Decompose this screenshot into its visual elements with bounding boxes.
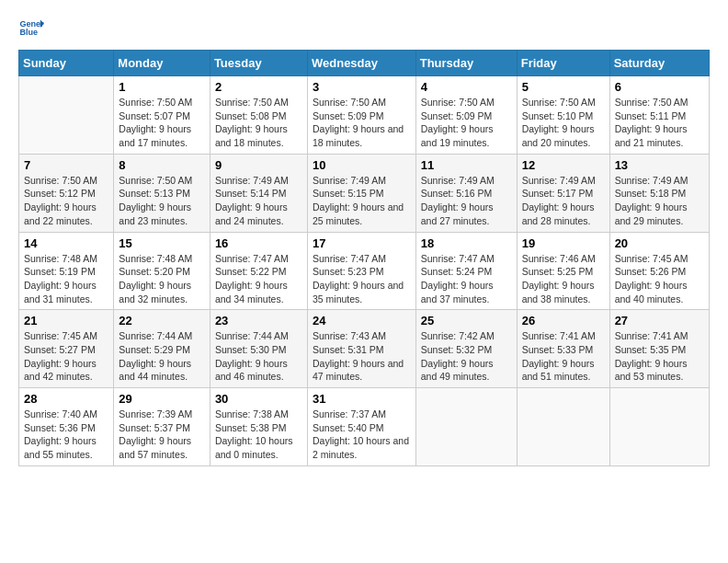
calendar-cell: 9 Sunrise: 7:49 AM Sunset: 5:14 PM Dayli… [210,154,307,232]
cell-sunrise: Sunrise: 7:47 AM [313,253,386,264]
cell-sunset: Sunset: 5:20 PM [119,266,190,277]
day-header-saturday: Saturday [609,51,709,76]
cell-sunset: Sunset: 5:19 PM [24,266,96,277]
day-number: 14 [24,236,108,250]
cell-sunset: Sunset: 5:16 PM [421,188,493,199]
calendar-cell [609,388,709,466]
cell-daylight: Daylight: 9 hours and 42 minutes. [24,358,97,383]
cell-sunset: Sunset: 5:08 PM [215,110,287,121]
day-number: 12 [522,158,605,172]
cell-sunrise: Sunrise: 7:49 AM [522,175,596,186]
cell-sunrise: Sunrise: 7:50 AM [119,175,192,186]
calendar-cell: 31 Sunrise: 7:37 AM Sunset: 5:40 PM Dayl… [307,388,415,466]
cell-sunrise: Sunrise: 7:47 AM [215,253,289,264]
calendar-cell: 27 Sunrise: 7:41 AM Sunset: 5:35 PM Dayl… [609,310,709,388]
cell-sunrise: Sunrise: 7:44 AM [119,330,192,341]
day-number: 19 [522,236,605,250]
calendar-header-row: SundayMondayTuesdayWednesdayThursdayFrid… [19,51,710,76]
day-number: 26 [522,314,605,327]
calendar-cell: 13 Sunrise: 7:49 AM Sunset: 5:18 PM Dayl… [609,154,709,232]
day-number: 28 [24,392,108,406]
cell-sunrise: Sunrise: 7:39 AM [119,408,192,419]
cell-sunrise: Sunrise: 7:42 AM [421,330,495,341]
day-header-thursday: Thursday [415,51,517,76]
cell-daylight: Daylight: 9 hours and 31 minutes. [24,280,97,304]
cell-daylight: Daylight: 9 hours and 38 minutes. [522,280,595,304]
cell-daylight: Daylight: 9 hours and 35 minutes. [313,280,404,304]
calendar-week-row: 28 Sunrise: 7:40 AM Sunset: 5:36 PM Dayl… [19,388,710,466]
cell-daylight: Daylight: 9 hours and 22 minutes. [24,201,97,226]
cell-sunset: Sunset: 5:22 PM [215,266,287,277]
day-number: 11 [421,158,512,172]
cell-sunrise: Sunrise: 7:40 AM [24,408,97,419]
day-number: 23 [215,314,302,327]
cell-sunrise: Sunrise: 7:41 AM [522,330,596,341]
cell-daylight: Daylight: 9 hours and 17 minutes. [119,123,191,148]
cell-daylight: Daylight: 9 hours and 24 minutes. [215,201,288,226]
cell-sunrise: Sunrise: 7:50 AM [615,97,688,108]
day-number: 15 [119,236,205,250]
day-number: 25 [421,314,512,327]
svg-text:Blue: Blue [19,28,38,37]
cell-sunrise: Sunrise: 7:44 AM [215,330,289,341]
day-number: 4 [421,80,512,94]
cell-sunset: Sunset: 5:07 PM [119,110,190,121]
cell-sunrise: Sunrise: 7:50 AM [24,175,97,186]
calendar-cell: 14 Sunrise: 7:48 AM Sunset: 5:19 PM Dayl… [19,232,114,310]
cell-sunrise: Sunrise: 7:45 AM [615,253,688,264]
cell-sunrise: Sunrise: 7:50 AM [421,97,495,108]
day-number: 1 [119,80,205,94]
cell-sunset: Sunset: 5:11 PM [615,110,687,121]
cell-sunset: Sunset: 5:36 PM [24,422,96,433]
calendar-cell [517,388,609,466]
calendar-cell: 11 Sunrise: 7:49 AM Sunset: 5:16 PM Dayl… [415,154,517,232]
cell-sunrise: Sunrise: 7:48 AM [24,253,97,264]
calendar-cell [415,388,517,466]
cell-sunset: Sunset: 5:33 PM [522,344,594,355]
cell-sunset: Sunset: 5:31 PM [313,344,384,355]
cell-sunset: Sunset: 5:29 PM [119,344,190,355]
calendar-cell: 26 Sunrise: 7:41 AM Sunset: 5:33 PM Dayl… [517,310,609,388]
cell-sunrise: Sunrise: 7:47 AM [421,253,495,264]
day-header-sunday: Sunday [19,51,114,76]
cell-daylight: Daylight: 9 hours and 46 minutes. [215,358,288,383]
day-number: 29 [119,392,205,406]
cell-sunrise: Sunrise: 7:50 AM [313,97,386,108]
calendar-cell: 21 Sunrise: 7:45 AM Sunset: 5:27 PM Dayl… [19,310,114,388]
day-number: 20 [615,236,704,250]
cell-daylight: Daylight: 9 hours and 57 minutes. [119,435,191,460]
day-number: 7 [24,158,108,172]
day-number: 16 [215,236,302,250]
calendar-week-row: 1 Sunrise: 7:50 AM Sunset: 5:07 PM Dayli… [19,76,710,155]
cell-daylight: Daylight: 9 hours and 37 minutes. [421,280,494,304]
cell-sunset: Sunset: 5:32 PM [421,344,493,355]
cell-sunset: Sunset: 5:27 PM [24,344,96,355]
calendar-cell: 19 Sunrise: 7:46 AM Sunset: 5:25 PM Dayl… [517,232,609,310]
day-number: 13 [615,158,704,172]
cell-sunset: Sunset: 5:15 PM [313,188,384,199]
cell-sunset: Sunset: 5:40 PM [313,422,384,433]
calendar-cell: 1 Sunrise: 7:50 AM Sunset: 5:07 PM Dayli… [114,76,210,155]
calendar-week-row: 21 Sunrise: 7:45 AM Sunset: 5:27 PM Dayl… [19,310,710,388]
calendar-cell: 22 Sunrise: 7:44 AM Sunset: 5:29 PM Dayl… [114,310,210,388]
cell-sunrise: Sunrise: 7:50 AM [522,97,596,108]
cell-daylight: Daylight: 9 hours and 18 minutes. [215,123,288,148]
day-header-wednesday: Wednesday [307,51,415,76]
calendar-cell: 17 Sunrise: 7:47 AM Sunset: 5:23 PM Dayl… [307,232,415,310]
cell-sunrise: Sunrise: 7:49 AM [215,175,289,186]
cell-daylight: Daylight: 10 hours and 2 minutes. [313,435,409,460]
day-number: 27 [615,314,704,327]
cell-sunset: Sunset: 5:18 PM [615,188,687,199]
day-number: 6 [615,80,704,94]
cell-sunrise: Sunrise: 7:41 AM [615,330,688,341]
cell-sunset: Sunset: 5:30 PM [215,344,287,355]
calendar-week-row: 7 Sunrise: 7:50 AM Sunset: 5:12 PM Dayli… [19,154,710,232]
day-number: 31 [313,392,411,406]
cell-daylight: Daylight: 9 hours and 51 minutes. [522,358,595,383]
calendar-cell: 12 Sunrise: 7:49 AM Sunset: 5:17 PM Dayl… [517,154,609,232]
logo-icon: General Blue [18,15,44,40]
cell-sunrise: Sunrise: 7:48 AM [119,253,192,264]
day-number: 18 [421,236,512,250]
cell-sunset: Sunset: 5:23 PM [313,266,384,277]
cell-sunset: Sunset: 5:09 PM [421,110,493,121]
